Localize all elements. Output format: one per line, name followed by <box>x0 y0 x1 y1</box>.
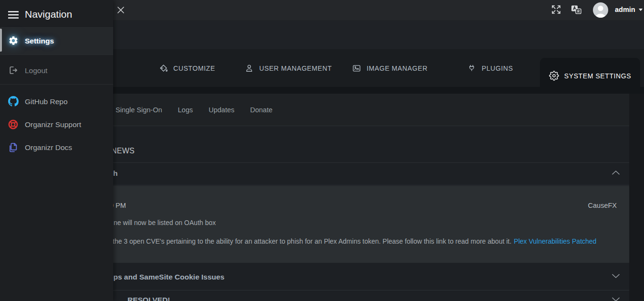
admin-dropdown[interactable]: admin <box>615 6 643 13</box>
tab-user-management[interactable]: USER MANAGEMENT <box>244 49 332 87</box>
tab-label: SYSTEM SETTINGS <box>564 72 631 80</box>
chevron-down-icon <box>639 9 643 11</box>
life-ring-icon <box>8 119 19 130</box>
hamburger-menu-icon[interactable] <box>8 11 19 19</box>
post-text-line2: the 3 open CVE's pertaining to the abili… <box>113 237 596 245</box>
tab-label: IMAGE MANAGER <box>367 64 428 72</box>
sidebar-item-settings-label: Settings <box>25 37 54 45</box>
subtab-logs[interactable]: Logs <box>178 106 193 114</box>
post-author: CauseFX <box>588 202 617 209</box>
sidebar-item-logout-label: Logout <box>25 66 47 75</box>
tab-label: PLUGINS <box>482 64 513 72</box>
tab-label: USER MANAGEMENT <box>259 64 332 72</box>
news-section-title-resolved[interactable]: RESOLVED! <box>127 296 170 301</box>
subtab-single-sign-on[interactable]: Single Sign-On <box>116 106 162 114</box>
active-item-accent <box>0 29 2 52</box>
organizr-page: admin Settings / Tab Editor CUSTOMIZE US… <box>0 0 644 301</box>
subtab-donate[interactable]: Donate <box>250 106 273 114</box>
sidebar-item-organizr-support-label: Organizr Support <box>25 120 81 129</box>
logout-icon <box>8 65 19 75</box>
gear-icon <box>8 35 19 46</box>
divider <box>0 84 113 85</box>
plex-vulnerabilities-link[interactable]: Plex Vulnerabilities Patched <box>514 237 596 245</box>
github-icon <box>8 96 19 107</box>
language-icon[interactable] <box>571 4 581 15</box>
fullscreen-icon[interactable] <box>551 4 561 15</box>
close-icon[interactable] <box>116 5 126 15</box>
chevron-down-icon[interactable] <box>612 297 620 301</box>
chevron-down-icon[interactable] <box>612 273 620 279</box>
tab-system-settings-active[interactable]: SYSTEM SETTINGS <box>540 58 640 94</box>
tab-label: CUSTOMIZE <box>173 64 215 72</box>
post-text-line1: ne will now be listed on OAuth box <box>114 219 216 226</box>
navigation-sidebar: Navigation Settings Logout GitHub Repo O… <box>0 0 113 301</box>
sub-tabs: Single Sign-On Logs Updates Donate <box>116 94 273 126</box>
tab-image-manager[interactable]: IMAGE MANAGER <box>352 49 428 87</box>
user-avatar[interactable] <box>593 2 608 18</box>
sidebar-title: Navigation <box>25 9 72 20</box>
news-heading: NEWS <box>111 147 135 155</box>
subtab-updates[interactable]: Updates <box>209 106 234 114</box>
tab-plugins[interactable]: PLUGINS <box>467 49 513 87</box>
sidebar-item-organizr-docs-label: Organizr Docs <box>25 143 72 152</box>
news-section-title-cookies[interactable]: ops and SameSite Cookie Issues <box>109 273 224 281</box>
chevron-up-icon[interactable] <box>612 170 620 175</box>
documents-icon <box>8 142 19 153</box>
sidebar-item-github-repo-label: GitHub Repo <box>25 97 68 106</box>
news-section-title-open[interactable]: h <box>113 169 117 178</box>
post-text: the 3 open CVE's pertaining to the abili… <box>113 237 511 245</box>
tab-customize[interactable]: CUSTOMIZE <box>158 49 215 87</box>
admin-username: admin <box>615 6 635 13</box>
